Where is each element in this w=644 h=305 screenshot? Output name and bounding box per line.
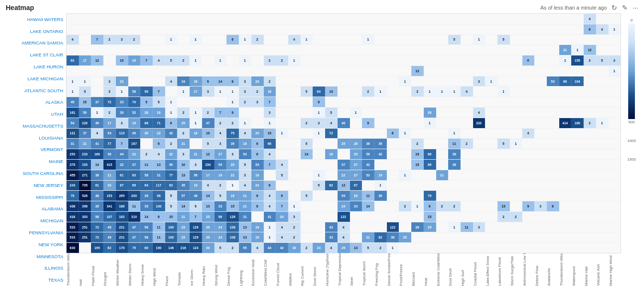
heatmap-cell[interactable] (571, 35, 584, 45)
heatmap-cell[interactable]: 3 (239, 76, 251, 87)
heatmap-cell[interactable] (461, 55, 473, 65)
heatmap-cell[interactable] (128, 66, 141, 76)
heatmap-cell[interactable] (301, 129, 313, 139)
heatmap-cell[interactable] (461, 160, 473, 170)
heatmap-cell[interactable]: 2 (461, 139, 473, 149)
heatmap-cell[interactable]: 19 (251, 232, 264, 242)
heatmap-cell[interactable] (325, 76, 338, 87)
heatmap-cell[interactable]: 161 (67, 108, 79, 118)
heatmap-cell[interactable] (522, 181, 535, 191)
heatmap-cell[interactable]: 15 (264, 129, 276, 139)
heatmap-cell[interactable]: 14 (91, 160, 103, 170)
heatmap-cell[interactable] (547, 55, 559, 65)
heatmap-cell[interactable]: 89 (559, 76, 572, 87)
heatmap-cell[interactable] (251, 118, 264, 128)
heatmap-cell[interactable] (116, 66, 128, 76)
heatmap-cell[interactable]: 62 (103, 243, 116, 253)
heatmap-cell[interactable] (350, 66, 362, 76)
heatmap-cell[interactable] (411, 243, 424, 253)
heatmap-cell[interactable] (190, 66, 202, 76)
heatmap-cell[interactable] (350, 45, 362, 55)
y-axis-label[interactable]: MASSACHUSETTS (4, 120, 66, 132)
heatmap-cell[interactable]: 61 (116, 170, 128, 180)
heatmap-cell[interactable] (522, 149, 535, 159)
heatmap-cell[interactable] (325, 170, 338, 180)
heatmap-cell[interactable] (239, 66, 251, 76)
heatmap-cell[interactable] (362, 222, 374, 232)
heatmap-cell[interactable]: 6 (251, 139, 264, 149)
heatmap-cell[interactable]: 1 (399, 170, 411, 180)
heatmap-cell[interactable]: 26 (350, 191, 362, 201)
heatmap-cell[interactable] (153, 76, 165, 87)
heatmap-cell[interactable]: 188 (116, 201, 128, 211)
heatmap-cell[interactable]: 4 (153, 55, 165, 65)
heatmap-cell[interactable]: 14 (140, 212, 153, 222)
y-axis-label[interactable]: NEW JERSEY (4, 179, 66, 191)
heatmap-cell[interactable] (436, 139, 449, 149)
heatmap-cell[interactable]: 1 (387, 243, 399, 253)
heatmap-cell[interactable] (510, 55, 522, 65)
heatmap-cell[interactable] (411, 45, 424, 55)
heatmap-cell[interactable]: 42 (374, 149, 387, 159)
heatmap-cell[interactable]: 87 (116, 181, 128, 191)
heatmap-cell[interactable] (485, 24, 497, 34)
heatmap-cell[interactable] (596, 181, 609, 191)
heatmap-cell[interactable]: 37 (128, 160, 141, 170)
heatmap-cell[interactable] (387, 14, 399, 24)
heatmap-cell[interactable]: 63 (165, 181, 178, 191)
y-axis-label[interactable]: LAKE HURON (4, 61, 66, 73)
heatmap-cell[interactable]: 4 (91, 129, 103, 139)
x-axis-label[interactable]: Funnel Cloud (276, 253, 288, 286)
heatmap-cell[interactable] (534, 55, 547, 65)
heatmap-cell[interactable] (522, 118, 535, 128)
heatmap-cell[interactable] (436, 66, 449, 76)
heatmap-cell[interactable]: 23 (177, 222, 190, 232)
heatmap-cell[interactable] (584, 160, 596, 170)
heatmap-cell[interactable] (485, 139, 497, 149)
heatmap-cell[interactable] (374, 118, 387, 128)
heatmap-cell[interactable]: 19 (128, 118, 141, 128)
heatmap-cell[interactable]: 25 (350, 149, 362, 159)
x-axis-label[interactable]: Lake-Effect Snow (486, 253, 498, 286)
heatmap-cell[interactable] (338, 76, 350, 87)
heatmap-cell[interactable] (313, 191, 325, 201)
heatmap-cell[interactable] (264, 14, 276, 24)
heatmap-cell[interactable]: 265 (116, 191, 128, 201)
heatmap-cell[interactable] (301, 76, 313, 87)
heatmap-cell[interactable] (448, 45, 461, 55)
heatmap-cell[interactable]: 49 (103, 222, 116, 232)
heatmap-cell[interactable] (91, 24, 103, 34)
heatmap-cell[interactable] (547, 118, 559, 128)
heatmap-cell[interactable] (226, 45, 239, 55)
heatmap-cell[interactable] (596, 129, 609, 139)
heatmap-cell[interactable]: 33 (215, 201, 227, 211)
heatmap-cell[interactable]: 38 (387, 232, 399, 242)
heatmap-cell[interactable]: 24 (338, 201, 350, 211)
heatmap-cell[interactable]: 4 (239, 129, 251, 139)
heatmap-cell[interactable]: 21 (239, 201, 251, 211)
heatmap-cell[interactable] (547, 35, 559, 45)
heatmap-cell[interactable] (596, 160, 609, 170)
heatmap-cell[interactable] (571, 170, 584, 180)
heatmap-cell[interactable]: 16 (190, 76, 202, 87)
heatmap-cell[interactable]: 42 (362, 160, 374, 170)
heatmap-cell[interactable]: 1 (374, 87, 387, 97)
heatmap-cell[interactable]: 53 (251, 160, 264, 170)
heatmap-cell[interactable]: 15 (497, 201, 510, 211)
heatmap-cell[interactable] (215, 35, 227, 45)
heatmap-cell[interactable] (362, 212, 374, 222)
heatmap-cell[interactable]: 17 (79, 55, 91, 65)
y-axis-label[interactable]: VERMONT (4, 144, 66, 156)
heatmap-cell[interactable] (239, 45, 251, 55)
heatmap-cell[interactable] (461, 149, 473, 159)
x-axis-label[interactable]: Tornado (177, 253, 190, 286)
heatmap-cell[interactable]: 20 (103, 181, 116, 191)
heatmap-cell[interactable]: 7 (264, 160, 276, 170)
heatmap-cell[interactable] (301, 222, 313, 232)
heatmap-cell[interactable] (362, 24, 374, 34)
heatmap-cell[interactable] (547, 87, 559, 97)
heatmap-cell[interactable] (251, 212, 264, 222)
heatmap-cell[interactable] (165, 24, 178, 34)
heatmap-cell[interactable] (424, 35, 436, 45)
heatmap-cell[interactable]: 1 (313, 108, 325, 118)
